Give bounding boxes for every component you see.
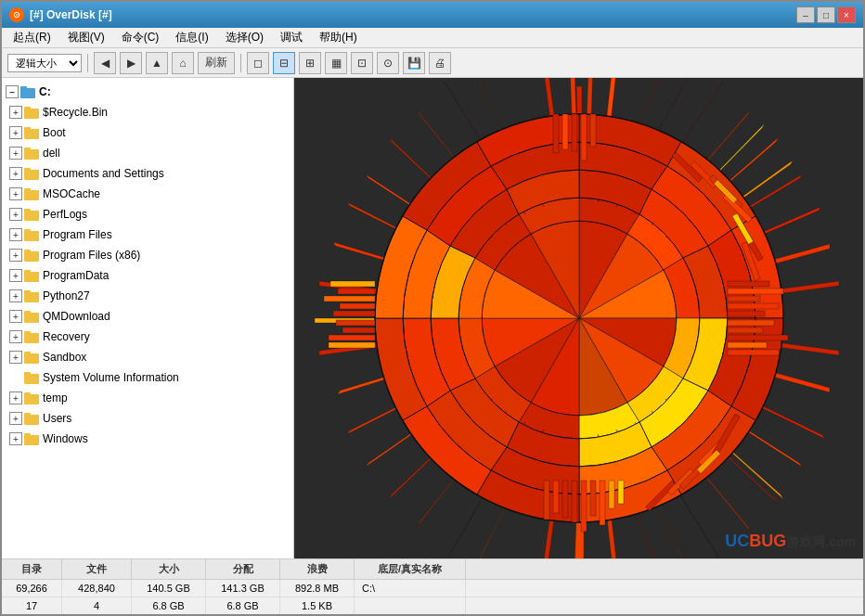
- item-label: Sandbox: [43, 351, 86, 364]
- expand-btn[interactable]: +: [9, 106, 22, 119]
- expand-btn[interactable]: +: [9, 228, 22, 241]
- expand-btn[interactable]: +: [9, 269, 22, 282]
- cell-size-2: 6.8 GB: [132, 597, 206, 614]
- list-item[interactable]: + ProgramData: [2, 265, 293, 286]
- list-item[interactable]: + Sandbox: [2, 347, 293, 367]
- list-item[interactable]: + PerfLogs: [2, 204, 293, 225]
- list-item[interactable]: + Program Files: [2, 225, 293, 245]
- save-button[interactable]: 💾: [403, 52, 425, 74]
- up-button[interactable]: ▲: [146, 52, 168, 74]
- folder-icon: [24, 147, 39, 160]
- item-label: Program Files (x86): [43, 249, 140, 262]
- list-item[interactable]: + Windows: [2, 429, 293, 449]
- view-btn-2[interactable]: ⊟: [273, 52, 295, 74]
- item-label: temp: [43, 391, 68, 404]
- list-item[interactable]: System Volume Information: [2, 367, 293, 388]
- list-item[interactable]: + MSOCache: [2, 184, 293, 204]
- sort-select[interactable]: 逻辑大小: [7, 54, 82, 72]
- expand-btn[interactable]: +: [9, 167, 22, 180]
- forward-button[interactable]: ▶: [120, 52, 142, 74]
- expand-btn[interactable]: +: [9, 187, 22, 200]
- svg-rect-98: [338, 289, 375, 294]
- list-item[interactable]: + $Recycle.Bin: [2, 102, 293, 122]
- title-bar: ⊙ [#] OverDisk [#] – □ ×: [2, 2, 863, 28]
- expand-btn[interactable]: +: [9, 391, 22, 404]
- svg-rect-85: [562, 114, 568, 149]
- item-label: $Recycle.Bin: [43, 106, 108, 119]
- view-btn-1[interactable]: ◻: [247, 52, 269, 74]
- folder-icon: [24, 412, 39, 425]
- menu-start[interactable]: 起点(R): [6, 28, 58, 47]
- svg-rect-100: [330, 281, 375, 287]
- expand-btn[interactable]: +: [9, 249, 22, 262]
- back-button[interactable]: ◀: [94, 52, 116, 74]
- list-item[interactable]: + Users: [2, 408, 293, 429]
- close-button[interactable]: ×: [837, 6, 856, 23]
- svg-rect-75: [590, 481, 596, 516]
- expand-btn[interactable]: +: [9, 351, 22, 364]
- list-item[interactable]: + Boot: [2, 122, 293, 143]
- folder-icon: [24, 249, 39, 262]
- svg-rect-97: [329, 335, 375, 340]
- folder-icon: [24, 187, 39, 200]
- list-item[interactable]: + dell: [2, 143, 293, 163]
- col-size: 大小: [132, 559, 206, 579]
- list-item[interactable]: + temp: [2, 388, 293, 408]
- menu-view[interactable]: 视图(V): [60, 28, 112, 47]
- expand-btn[interactable]: +: [9, 330, 22, 343]
- svg-rect-96: [342, 327, 375, 333]
- svg-rect-10: [24, 190, 39, 200]
- item-label: Windows: [43, 432, 88, 445]
- expand-btn[interactable]: +: [9, 310, 22, 323]
- svg-rect-53: [728, 281, 769, 287]
- list-item[interactable]: + QMDownload: [2, 306, 293, 327]
- expand-btn[interactable]: +: [9, 432, 22, 445]
- svg-rect-77: [562, 481, 568, 518]
- svg-rect-23: [24, 311, 31, 314]
- svg-rect-92: [333, 311, 375, 316]
- svg-rect-24: [24, 333, 39, 343]
- home-button[interactable]: ⌂: [172, 52, 194, 74]
- print-button[interactable]: 🖨: [429, 52, 451, 74]
- list-item[interactable]: + Python27: [2, 286, 293, 306]
- expand-btn[interactable]: +: [9, 412, 22, 425]
- view-btn-5[interactable]: ⊡: [351, 52, 373, 74]
- svg-rect-80: [609, 481, 614, 508]
- svg-rect-13: [24, 209, 31, 212]
- view-btn-3[interactable]: ⊞: [299, 52, 321, 74]
- list-item[interactable]: + Recovery: [2, 327, 293, 347]
- expand-btn[interactable]: +: [9, 289, 22, 302]
- col-dir: 目录: [2, 559, 62, 579]
- list-item[interactable]: + Program Files (x86): [2, 245, 293, 265]
- svg-rect-49: [728, 311, 765, 316]
- svg-rect-16: [24, 251, 39, 262]
- menu-select[interactable]: 选择(O): [218, 28, 271, 47]
- refresh-button[interactable]: 刷新: [198, 52, 235, 74]
- view-btn-6[interactable]: ⊙: [377, 52, 399, 74]
- svg-rect-7: [24, 148, 31, 150]
- minimize-button[interactable]: –: [796, 6, 815, 23]
- expand-btn[interactable]: +: [9, 147, 22, 160]
- cell-alloc-1: 141.3 GB: [206, 580, 280, 597]
- expand-btn[interactable]: +: [9, 208, 22, 221]
- view-btn-4[interactable]: ▦: [325, 52, 347, 74]
- menu-debug[interactable]: 调试: [273, 28, 310, 47]
- item-label: Python27: [43, 289, 90, 302]
- svg-rect-93: [340, 303, 375, 309]
- folder-icon: [24, 126, 39, 139]
- main-content: – C: + $Recycle.Bin + Boot + dell: [2, 78, 863, 558]
- separator-1: [87, 54, 88, 72]
- svg-rect-35: [24, 433, 31, 436]
- root-expand[interactable]: –: [6, 85, 19, 98]
- expand-btn[interactable]: +: [9, 126, 22, 139]
- svg-rect-82: [572, 114, 577, 151]
- maximize-button[interactable]: □: [817, 6, 835, 23]
- menu-help[interactable]: 帮助(H): [312, 28, 365, 47]
- item-label: dell: [43, 147, 60, 160]
- list-item[interactable]: + Documents and Settings: [2, 163, 293, 184]
- menu-command[interactable]: 命令(C): [114, 28, 167, 47]
- folder-icon: [24, 228, 39, 241]
- menu-info[interactable]: 信息(I): [168, 28, 215, 47]
- file-tree: – C: + $Recycle.Bin + Boot + dell: [2, 78, 294, 558]
- tree-root[interactable]: – C:: [2, 82, 293, 102]
